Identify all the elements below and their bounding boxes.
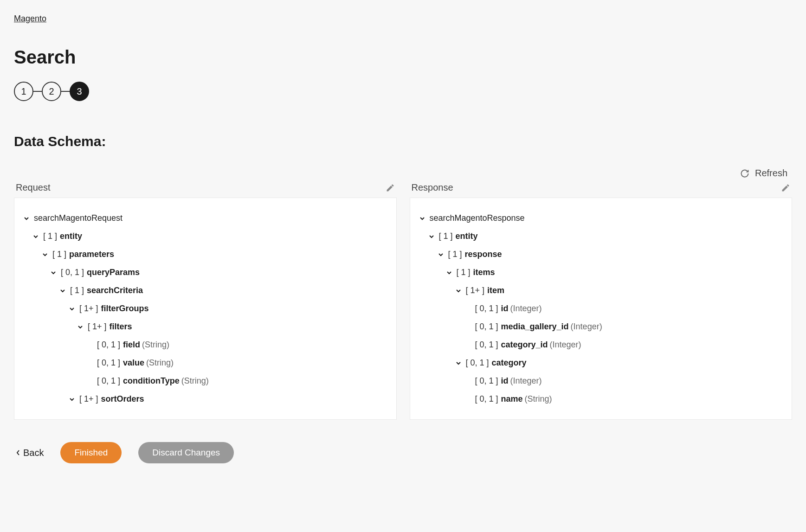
cardinality: [ 0, 1 ] [97,339,120,351]
cardinality: [ 1 ] [457,266,471,279]
node-name: value [123,357,144,369]
refresh-button[interactable]: Refresh [755,168,787,179]
edit-icon[interactable] [386,183,395,192]
node-type: (String) [181,375,209,387]
tree-node[interactable]: [ 0, 1 ] queryParams [23,263,388,282]
node-name: name [501,393,523,405]
node-name: response [465,248,502,261]
cardinality: [ 1+ ] [79,302,98,315]
tree-node[interactable]: [ 1 ] searchCriteria [23,282,388,300]
chevron-down-icon[interactable] [68,305,76,313]
response-panel-label: Response [412,182,453,193]
back-label: Back [23,448,44,458]
cardinality: [ 1 ] [70,284,84,297]
node-name: id [501,375,509,387]
node-type: (String) [146,357,174,369]
request-panel: searchMagentoRequest[ 1 ] entity[ 1 ] pa… [14,198,397,420]
finished-button[interactable]: Finished [60,442,122,463]
cardinality: [ 0, 1 ] [475,375,498,387]
breadcrumb-link[interactable]: Magento [14,14,46,23]
tree-node[interactable]: [ 1 ] items [419,263,784,282]
tree-node[interactable]: [ 1+ ] filterGroups [23,300,388,318]
cardinality: [ 0, 1 ] [475,320,498,333]
chevron-down-icon[interactable] [23,215,30,222]
chevron-down-icon[interactable] [445,269,453,276]
tree-node[interactable]: [ 1+ ] item [419,282,784,300]
chevron-down-icon[interactable] [437,251,445,258]
back-button[interactable]: Back [16,448,44,458]
chevron-down-icon[interactable] [77,323,84,331]
tree-node[interactable]: [ 0, 1 ] media_gallery_id (Integer) [419,318,784,336]
cardinality: [ 0, 1 ] [97,357,120,369]
chevron-down-icon[interactable] [50,269,57,276]
chevron-down-icon[interactable] [68,396,76,403]
tree-node[interactable]: [ 1+ ] filters [23,318,388,336]
chevron-down-icon[interactable] [32,233,39,240]
cardinality: [ 1+ ] [79,393,98,405]
node-name: items [473,266,495,279]
node-name: category_id [501,339,548,351]
node-name: searchCriteria [87,284,143,297]
node-name: conditionType [123,375,180,387]
discard-changes-button[interactable]: Discard Changes [138,442,234,463]
step-3[interactable]: 3 [70,82,89,101]
tree-node[interactable]: [ 1 ] parameters [23,245,388,263]
node-name: media_gallery_id [501,320,569,333]
step-connector [33,91,42,92]
node-type: (String) [525,393,552,405]
step-connector [61,91,70,92]
tree-node[interactable]: [ 1+ ] sortOrders [23,390,388,408]
tree-node[interactable]: searchMagentoResponse [419,209,784,227]
chevron-down-icon[interactable] [455,287,462,295]
chevron-down-icon[interactable] [419,215,426,222]
node-name: parameters [69,248,114,261]
tree-node[interactable]: [ 0, 1 ] field (String) [23,336,388,354]
node-name: item [487,284,504,297]
tree-node[interactable]: [ 0, 1 ] name (String) [419,390,784,408]
step-1[interactable]: 1 [14,82,33,101]
node-type: (Integer) [571,320,602,333]
cardinality: [ 1+ ] [88,320,107,333]
tree-node[interactable]: [ 0, 1 ] category [419,354,784,372]
chevron-down-icon[interactable] [41,251,49,258]
node-name: filterGroups [101,302,149,315]
cardinality: [ 1 ] [43,230,57,243]
node-name: searchMagentoResponse [430,212,525,224]
chevron-down-icon[interactable] [428,233,435,240]
tree-node[interactable]: [ 0, 1 ] category_id (Integer) [419,336,784,354]
edit-icon[interactable] [781,183,790,192]
node-name: category [492,357,527,369]
cardinality: [ 1+ ] [466,284,485,297]
node-name: filters [110,320,132,333]
tree-node[interactable]: [ 0, 1 ] id (Integer) [419,372,784,390]
step-2[interactable]: 2 [42,82,61,101]
cardinality: [ 0, 1 ] [475,339,498,351]
node-name: sortOrders [101,393,144,405]
node-type: (Integer) [510,375,542,387]
tree-node[interactable]: searchMagentoRequest [23,209,388,227]
tree-node[interactable]: [ 0, 1 ] conditionType (String) [23,372,388,390]
node-name: searchMagentoRequest [34,212,123,224]
cardinality: [ 0, 1 ] [61,266,84,279]
node-type: (String) [142,339,169,351]
cardinality: [ 0, 1 ] [466,357,489,369]
tree-node[interactable]: [ 0, 1 ] value (String) [23,354,388,372]
page-title: Search [14,47,792,68]
node-name: id [501,302,509,315]
tree-node[interactable]: [ 1 ] response [419,245,784,263]
chevron-down-icon[interactable] [455,359,462,367]
tree-node[interactable]: [ 1 ] entity [419,227,784,245]
tree-node[interactable]: [ 0, 1 ] id (Integer) [419,300,784,318]
cardinality: [ 1 ] [448,248,462,261]
chevron-down-icon[interactable] [59,287,66,295]
tree-node[interactable]: [ 1 ] entity [23,227,388,245]
cardinality: [ 1 ] [52,248,66,261]
cardinality: [ 0, 1 ] [475,393,498,405]
cardinality: [ 1 ] [439,230,453,243]
chevron-left-icon [16,449,20,456]
cardinality: [ 0, 1 ] [475,302,498,315]
node-type: (Integer) [550,339,581,351]
node-type: (Integer) [510,302,542,315]
refresh-icon[interactable] [740,169,749,178]
node-name: field [123,339,140,351]
